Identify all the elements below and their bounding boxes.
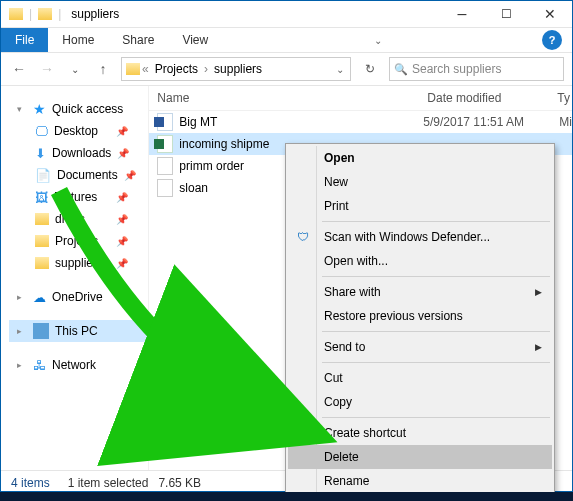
cm-label: Rename bbox=[324, 474, 369, 488]
cm-separator bbox=[322, 362, 550, 363]
refresh-button[interactable]: ↻ bbox=[359, 62, 381, 76]
qat-sep: | bbox=[29, 7, 32, 21]
pin-icon: 📌 bbox=[117, 148, 129, 159]
chevron-icon: « bbox=[142, 62, 149, 76]
chevron-right-icon[interactable] bbox=[17, 360, 27, 370]
ribbon: File Home Share View ⌄ ? bbox=[1, 28, 572, 53]
search-input[interactable]: 🔍 Search suppliers bbox=[389, 57, 564, 81]
sidebar-item-label: Documents bbox=[57, 168, 118, 182]
sidebar-item-label: Downloads bbox=[52, 146, 111, 160]
status-selection: 1 item selected bbox=[68, 476, 149, 490]
sidebar-item-projects[interactable]: Projects 📌 bbox=[9, 230, 148, 252]
cm-label: Restore previous versions bbox=[324, 309, 463, 323]
ribbon-tab-view[interactable]: View bbox=[168, 28, 222, 52]
file-name: Big MT bbox=[179, 115, 217, 129]
file-name: sloan bbox=[179, 181, 208, 195]
cm-new[interactable]: New bbox=[288, 170, 552, 194]
cm-label: Cut bbox=[324, 371, 343, 385]
cm-open-with[interactable]: Open with... bbox=[288, 249, 552, 273]
cm-scan-defender[interactable]: 🛡Scan with Windows Defender... bbox=[288, 225, 552, 249]
cm-label: Print bbox=[324, 199, 349, 213]
cm-separator bbox=[322, 417, 550, 418]
cm-label: Share with bbox=[324, 285, 381, 299]
column-name[interactable]: Name bbox=[153, 91, 427, 105]
cm-share-with[interactable]: Share with▶ bbox=[288, 280, 552, 304]
chevron-down-icon[interactable] bbox=[17, 104, 27, 114]
maximize-button[interactable]: ☐ bbox=[484, 1, 528, 27]
downloads-icon: ⬇ bbox=[35, 146, 46, 161]
sidebar-item-suppliers[interactable]: suppliers 📌 bbox=[9, 252, 148, 274]
sidebar-item-drafts[interactable]: drafts 📌 bbox=[9, 208, 148, 230]
breadcrumb-dropdown-icon[interactable]: ⌄ bbox=[336, 64, 346, 75]
sidebar-item-downloads[interactable]: ⬇ Downloads 📌 bbox=[9, 142, 148, 164]
minimize-button[interactable]: – bbox=[440, 1, 484, 27]
cm-delete[interactable]: Delete bbox=[288, 445, 552, 469]
cm-create-shortcut[interactable]: Create shortcut bbox=[288, 421, 552, 445]
folder-icon bbox=[35, 235, 49, 247]
sidebar-item-label: suppliers bbox=[55, 256, 103, 270]
breadcrumb-folder-icon bbox=[126, 63, 140, 75]
excel-icon bbox=[157, 135, 173, 153]
forward-button[interactable]: → bbox=[37, 61, 57, 77]
cm-label: Open bbox=[324, 151, 355, 165]
titlebar-folder-icon bbox=[38, 8, 52, 20]
cm-rename[interactable]: Rename bbox=[288, 469, 552, 492]
recent-dropdown-icon[interactable]: ⌄ bbox=[65, 64, 85, 75]
cm-cut[interactable]: Cut bbox=[288, 366, 552, 390]
ribbon-tab-home[interactable]: Home bbox=[48, 28, 108, 52]
window-title: suppliers bbox=[67, 7, 119, 21]
search-placeholder: Search suppliers bbox=[412, 62, 501, 76]
chevron-right-icon: ▶ bbox=[535, 287, 542, 297]
pin-icon: 📌 bbox=[116, 192, 128, 203]
cm-print[interactable]: Print bbox=[288, 194, 552, 218]
documents-icon: 📄 bbox=[35, 168, 51, 183]
file-name: incoming shipme bbox=[179, 137, 269, 151]
sidebar-item-desktop[interactable]: 🖵 Desktop 📌 bbox=[9, 120, 148, 142]
file-row[interactable]: Big MT 5/9/2017 11:51 AM Mi bbox=[149, 111, 572, 133]
sidebar-item-label: Desktop bbox=[54, 124, 98, 138]
sidebar-item-pictures[interactable]: 🖼 Pictures 📌 bbox=[9, 186, 148, 208]
ribbon-file-tab[interactable]: File bbox=[1, 28, 48, 52]
column-date[interactable]: Date modified bbox=[427, 91, 557, 105]
qat-sep2: | bbox=[58, 7, 61, 21]
window-folder-icon bbox=[9, 8, 23, 20]
breadcrumb-parent[interactable]: Projects bbox=[151, 62, 202, 76]
pin-icon: 📌 bbox=[116, 258, 128, 269]
chevron-right-icon[interactable] bbox=[17, 326, 27, 336]
chevron-right-icon[interactable] bbox=[17, 292, 27, 302]
cm-copy[interactable]: Copy bbox=[288, 390, 552, 414]
column-type[interactable]: Ty bbox=[557, 91, 572, 105]
up-button[interactable]: ↑ bbox=[93, 61, 113, 77]
sidebar-item-network[interactable]: 🖧 Network bbox=[9, 354, 148, 376]
sidebar-item-thispc[interactable]: This PC bbox=[9, 320, 148, 342]
sidebar-item-label: drafts bbox=[55, 212, 85, 226]
folder-icon bbox=[35, 257, 49, 269]
cm-restore-versions[interactable]: Restore previous versions bbox=[288, 304, 552, 328]
column-headers[interactable]: Name Date modified Ty bbox=[149, 86, 572, 111]
sidebar-item-onedrive[interactable]: ☁ OneDrive bbox=[9, 286, 148, 308]
close-button[interactable]: ✕ bbox=[528, 1, 572, 27]
cm-send-to[interactable]: Send to▶ bbox=[288, 335, 552, 359]
breadcrumb-current[interactable]: suppliers bbox=[210, 62, 266, 76]
desktop-icon: 🖵 bbox=[35, 124, 48, 139]
star-icon: ★ bbox=[33, 102, 46, 116]
pin-icon: 📌 bbox=[124, 170, 136, 181]
cm-open[interactable]: Open bbox=[288, 146, 552, 170]
sidebar-item-label: Network bbox=[52, 358, 96, 372]
explorer-window: | | suppliers – ☐ ✕ File Home Share View… bbox=[0, 0, 573, 492]
chevron-right-icon: ▶ bbox=[535, 342, 542, 352]
breadcrumb[interactable]: « Projects › suppliers ⌄ bbox=[121, 57, 351, 81]
status-size: 7.65 KB bbox=[158, 476, 201, 490]
ribbon-expand-icon[interactable]: ⌄ bbox=[374, 35, 382, 46]
cm-separator bbox=[322, 276, 550, 277]
onedrive-icon: ☁ bbox=[33, 290, 46, 305]
help-icon[interactable]: ? bbox=[542, 30, 562, 50]
sidebar-item-documents[interactable]: 📄 Documents 📌 bbox=[9, 164, 148, 186]
status-item-count: 4 items bbox=[11, 476, 50, 490]
folder-icon bbox=[35, 213, 49, 225]
back-button[interactable]: ← bbox=[9, 61, 29, 77]
ribbon-tab-share[interactable]: Share bbox=[108, 28, 168, 52]
sidebar-item-quick-access[interactable]: ★ Quick access bbox=[9, 98, 148, 120]
file-type: Mi bbox=[559, 115, 572, 129]
cm-label: Create shortcut bbox=[324, 426, 406, 440]
